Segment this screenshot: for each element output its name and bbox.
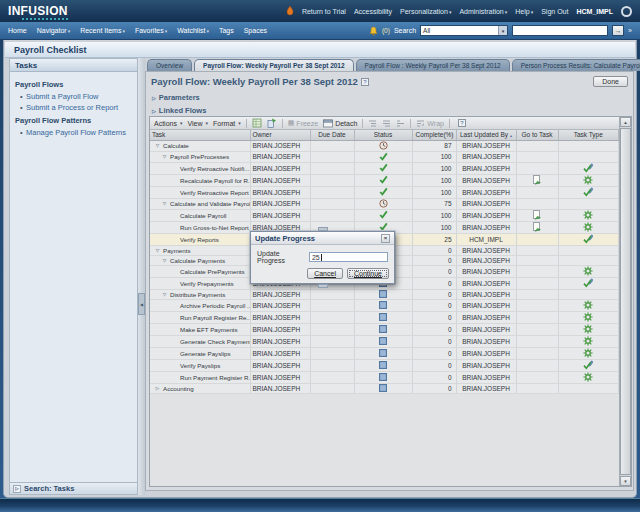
view-menu[interactable]: View▾	[187, 120, 208, 127]
table-row[interactable]: ▷Accounting BRIAN.JOSEPH 0 BRIAN.JOSEPH	[150, 383, 619, 393]
search-go-button[interactable]: →	[612, 25, 624, 36]
bell-icon[interactable]	[369, 26, 378, 36]
task-name[interactable]: Distribute Payments	[170, 291, 225, 298]
return-to-trial-link[interactable]: Return to Trial	[302, 8, 346, 15]
user-avatar-icon[interactable]	[621, 6, 632, 17]
table-row[interactable]: Run Payroll Register Re... BRIAN.JOSEPH …	[150, 311, 619, 323]
column-header-last-updated-by[interactable]: Last Updated By▴	[456, 130, 516, 140]
task-name[interactable]: Verify Payslips	[180, 362, 220, 369]
collapse-all-icon[interactable]	[396, 119, 405, 128]
tree-expand-icon[interactable]: ▽	[161, 258, 168, 263]
go-to-task-icon[interactable]	[516, 186, 558, 198]
administration-menu[interactable]: Administration▾	[459, 8, 507, 15]
task-name[interactable]: Recalculate Payroll for R...	[180, 177, 250, 184]
column-header-complete[interactable]: Complete(%)	[412, 130, 456, 140]
tree-expand-icon[interactable]: ▽	[161, 154, 168, 159]
column-header-go-to-task[interactable]: Go to Task	[516, 130, 558, 140]
task-name[interactable]: Calculate	[163, 142, 189, 149]
table-row[interactable]: ▽Payroll PreProcesses BRIAN.JOSEPH 100 B…	[150, 151, 619, 162]
go-to-task-icon[interactable]	[516, 151, 558, 162]
go-to-task-icon[interactable]	[516, 335, 558, 347]
sidebar-link-submit-process-report[interactable]: Submit a Process or Report	[13, 102, 134, 113]
tab-payroll-flow-2[interactable]: Payroll Flow : Weekly Payroll Per 38 Sep…	[356, 59, 510, 71]
table-help-icon[interactable]: ?	[458, 119, 466, 127]
go-to-task-icon[interactable]	[516, 289, 558, 299]
detach-button[interactable]: Detach	[323, 119, 357, 128]
nav-item-favorites[interactable]: Favorites▾	[135, 27, 167, 34]
task-name[interactable]: Accounting	[163, 385, 194, 392]
nav-item-tags[interactable]: Tags	[219, 27, 234, 34]
column-header-due-date[interactable]: Due Date	[310, 130, 354, 140]
table-row[interactable]: Verify Retroactive Notifi... BRIAN.JOSEP…	[150, 162, 619, 174]
help-icon[interactable]: ?	[361, 78, 369, 86]
wrap-button[interactable]: Wrap	[416, 119, 444, 128]
parameters-expander[interactable]: ▷ Parameters	[152, 93, 200, 102]
table-row[interactable]: Generate Payslips BRIAN.JOSEPH 0 BRIAN.J…	[150, 347, 619, 359]
tree-expand-icon[interactable]: ▽	[154, 143, 161, 148]
tree-expand-icon[interactable]: ▽	[161, 201, 168, 206]
update-progress-input[interactable]: 25	[309, 252, 388, 262]
format-menu[interactable]: Format▾	[213, 120, 241, 127]
tab-person-process-results[interactable]: Person Process Results: Calculate Payrol…	[512, 59, 640, 71]
sidebar-link-manage-flow-patterns[interactable]: Manage Payroll Flow Patterns	[13, 127, 134, 138]
table-scrollbar[interactable]: ▲ ▼	[619, 117, 631, 486]
table-row[interactable]: Verify Payslips BRIAN.JOSEPH 0 BRIAN.JOS…	[150, 359, 619, 371]
nav-item-recent-items[interactable]: Recent Items▾	[80, 27, 125, 34]
task-name[interactable]: Run Payroll Register Re...	[180, 314, 250, 321]
task-name[interactable]: Verify Reports	[180, 236, 219, 243]
task-name[interactable]: Verify Prepayments	[180, 280, 234, 287]
table-row[interactable]: Generate Check Payments BRIAN.JOSEPH 0 B…	[150, 335, 619, 347]
advanced-search-icon[interactable]: »	[628, 27, 632, 34]
table-row[interactable]: Verify Retroactive Report BRIAN.JOSEPH 1…	[150, 186, 619, 198]
task-name[interactable]: Calculate Payments	[170, 257, 225, 264]
column-header-task[interactable]: Task	[150, 130, 250, 140]
task-name[interactable]: Archive Periodic Payroll ...	[180, 302, 250, 309]
done-button[interactable]: Done	[593, 76, 628, 87]
go-to-task-icon[interactable]	[516, 323, 558, 335]
refresh-icon[interactable]	[267, 118, 277, 128]
table-row[interactable]: Run Payment Register R... BRIAN.JOSEPH 0…	[150, 371, 619, 383]
task-name[interactable]: Make EFT Payments	[180, 326, 238, 333]
go-to-task-icon[interactable]	[516, 174, 558, 186]
nav-item-spaces[interactable]: Spaces	[244, 27, 267, 34]
table-row[interactable]: ▽Distribute Payments BRIAN.JOSEPH 0 BRIA…	[150, 289, 619, 299]
task-name[interactable]: Calculate and Validate Payroll	[170, 200, 250, 207]
table-row[interactable]: Archive Periodic Payroll ... BRIAN.JOSEP…	[150, 299, 619, 311]
column-header-owner[interactable]: Owner	[250, 130, 310, 140]
export-to-excel-icon[interactable]	[252, 118, 262, 128]
task-name[interactable]: Calculate Payroll	[180, 212, 226, 219]
dialog-drag-handle[interactable]	[318, 227, 328, 231]
scrollbar-thumb[interactable]	[620, 128, 631, 475]
go-to-task-icon[interactable]	[516, 245, 558, 255]
scroll-down-icon[interactable]: ▼	[620, 476, 631, 486]
splitter-collapse-handle[interactable]: ◀	[138, 293, 145, 315]
tree-expand-icon[interactable]: ▷	[154, 386, 161, 391]
go-to-task-icon[interactable]	[516, 359, 558, 371]
go-to-task-icon[interactable]	[516, 265, 558, 277]
nav-item-watchlist[interactable]: Watchlist▾	[177, 27, 209, 34]
go-up-icon[interactable]	[368, 119, 377, 128]
go-to-task-icon[interactable]	[516, 233, 558, 245]
task-name[interactable]: Payments	[163, 247, 191, 254]
go-to-task-icon[interactable]	[516, 371, 558, 383]
sidebar-search-expander[interactable]: ▷ Search: Tasks	[10, 482, 137, 494]
scroll-up-icon[interactable]: ▲	[620, 117, 631, 127]
sign-out-link[interactable]: Sign Out	[541, 8, 568, 15]
task-name[interactable]: Payroll PreProcesses	[170, 153, 229, 160]
task-name[interactable]: Generate Payslips	[180, 350, 231, 357]
go-to-task-icon[interactable]	[516, 311, 558, 323]
personalization-menu[interactable]: Personalization▾	[400, 8, 451, 15]
go-to-task-icon[interactable]	[516, 162, 558, 174]
sidebar-link-submit-payroll-flow[interactable]: Submit a Payroll Flow	[13, 91, 134, 102]
go-to-task-icon[interactable]	[516, 140, 558, 151]
task-name[interactable]: Verify Retroactive Report	[180, 189, 249, 196]
tree-expand-icon[interactable]: ▽	[154, 248, 161, 253]
table-row[interactable]: Recalculate Payroll for R... BRIAN.JOSEP…	[150, 174, 619, 186]
task-name[interactable]: Verify Retroactive Notifi...	[180, 165, 249, 172]
actions-menu[interactable]: Actions▾	[154, 120, 182, 127]
close-icon[interactable]: ×	[381, 234, 390, 243]
sort-icon[interactable]: ▴	[510, 133, 512, 138]
nav-item-navigator[interactable]: Navigator▾	[37, 27, 70, 34]
linked-flows-expander[interactable]: ▷ Linked Flows	[152, 106, 206, 115]
accessibility-link[interactable]: Accessibility	[354, 8, 392, 15]
